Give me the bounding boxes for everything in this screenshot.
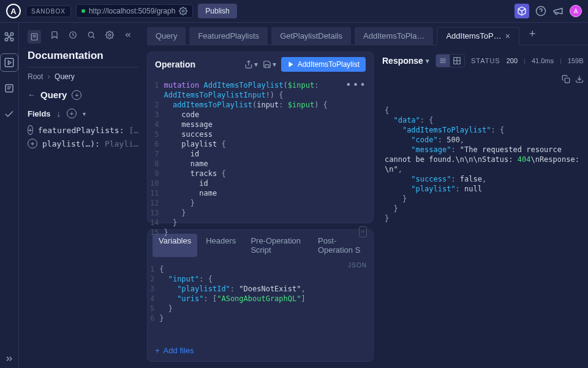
fields-label: Fields — [28, 109, 51, 118]
add-field-inline-icon[interactable]: + — [28, 125, 33, 135]
doc-title: Documentation — [28, 50, 138, 62]
svg-rect-10 — [5, 58, 13, 67]
run-button[interactable]: AddItemsToPlaylist — [281, 57, 366, 72]
publish-button[interactable]: Publish — [198, 4, 236, 18]
response-time: 41.0ms — [532, 57, 554, 64]
sandbox-badge: SANDBOX — [26, 6, 71, 17]
query-label: Query — [40, 90, 67, 100]
save-icon[interactable]: ▾ — [263, 60, 276, 69]
svg-point-0 — [183, 10, 185, 12]
svg-point-19 — [88, 32, 93, 37]
left-rail — [0, 23, 19, 368]
status-label: STATUS — [471, 57, 500, 64]
variables-editor[interactable]: 123456 { "input": { "playlistId": "DoesN… — [148, 261, 373, 327]
history-icon[interactable] — [68, 30, 78, 40]
tab[interactable]: Query — [147, 27, 186, 45]
tabstrip: QueryFeaturedPlaylistsGetPlaylistDetails… — [147, 23, 588, 45]
tab[interactable]: FeaturedPlaylists — [189, 27, 268, 45]
search-icon[interactable] — [86, 30, 96, 40]
explorer-icon[interactable] — [0, 53, 18, 72]
add-query-icon[interactable]: + — [72, 90, 81, 100]
breadcrumb: Root › Query — [28, 72, 138, 81]
breadcrumb-root[interactable]: Root — [28, 72, 43, 81]
settings-icon[interactable] — [105, 30, 115, 40]
list-view-button[interactable] — [435, 54, 450, 67]
apollo-logo[interactable]: A — [6, 4, 21, 18]
graph-icon[interactable] — [0, 28, 18, 46]
help-icon[interactable] — [535, 6, 546, 17]
tab[interactable]: GetPlaylistDetails — [271, 27, 351, 45]
run-button-label: AddItemsToPlaylist — [298, 60, 360, 69]
bookmark-icon[interactable] — [50, 30, 59, 40]
tab[interactable]: AddItemsToP…× — [437, 27, 519, 45]
svg-line-20 — [92, 36, 94, 38]
response-body[interactable]: { "data": { "addItemsToPlaylist": { "cod… — [380, 74, 588, 362]
chevron-down-icon[interactable]: ▾ — [426, 57, 429, 65]
operation-editor[interactable]: ••• 123456789101112131415 mutation AddIt… — [148, 77, 373, 241]
response-size: 159B — [568, 57, 584, 64]
field-item[interactable]: +playlist(…): Playli… — [28, 137, 138, 150]
url-bar[interactable]: http://localhost:5059/graph — [76, 4, 193, 18]
schema-icon[interactable] — [0, 79, 18, 98]
download-icon[interactable] — [575, 75, 584, 83]
collapse-icon[interactable] — [123, 30, 133, 40]
tab[interactable]: AddItemsToPla… — [355, 27, 433, 45]
add-files-button[interactable]: + Add files — [148, 340, 373, 361]
avatar[interactable]: A — [570, 5, 582, 17]
keyboard-icon: ⌨ — [359, 226, 367, 237]
megaphone-icon[interactable] — [552, 6, 564, 17]
operation-title: Operation — [155, 59, 239, 69]
back-arrow-icon[interactable]: ← — [28, 90, 36, 99]
status-code: 200 — [507, 57, 518, 64]
svg-rect-30 — [565, 78, 570, 83]
checks-icon[interactable] — [0, 105, 18, 123]
connection-status-dot — [81, 9, 85, 13]
documentation-panel: Documentation Root › Query ← Query + Fie… — [19, 23, 147, 368]
chevron-down-icon[interactable]: ▾ — [83, 110, 86, 117]
close-icon[interactable]: × — [505, 31, 510, 41]
copy-icon[interactable] — [562, 75, 570, 83]
svg-marker-23 — [288, 62, 293, 67]
cube-icon[interactable] — [514, 4, 529, 18]
add-files-label: Add files — [164, 346, 194, 355]
more-icon[interactable]: ••• — [345, 80, 367, 90]
table-view-button[interactable] — [450, 54, 465, 67]
breadcrumb-current: Query — [55, 72, 75, 81]
share-icon[interactable]: ▾ — [244, 60, 258, 69]
response-title: Response ▾ — [382, 56, 429, 66]
gear-icon[interactable] — [179, 7, 187, 15]
add-tab-button[interactable]: + — [523, 28, 542, 40]
url-text: http://localhost:5059/graph — [89, 7, 175, 15]
expand-icon[interactable] — [0, 350, 18, 368]
svg-marker-11 — [9, 61, 12, 64]
doc-view-icon[interactable] — [28, 30, 41, 44]
add-field-icon[interactable]: + — [67, 109, 77, 118]
sort-icon[interactable]: ↓ — [57, 109, 61, 118]
svg-point-21 — [108, 34, 111, 36]
add-field-inline-icon[interactable]: + — [28, 139, 37, 148]
field-item[interactable]: +featuredPlaylists: [… — [28, 123, 138, 137]
